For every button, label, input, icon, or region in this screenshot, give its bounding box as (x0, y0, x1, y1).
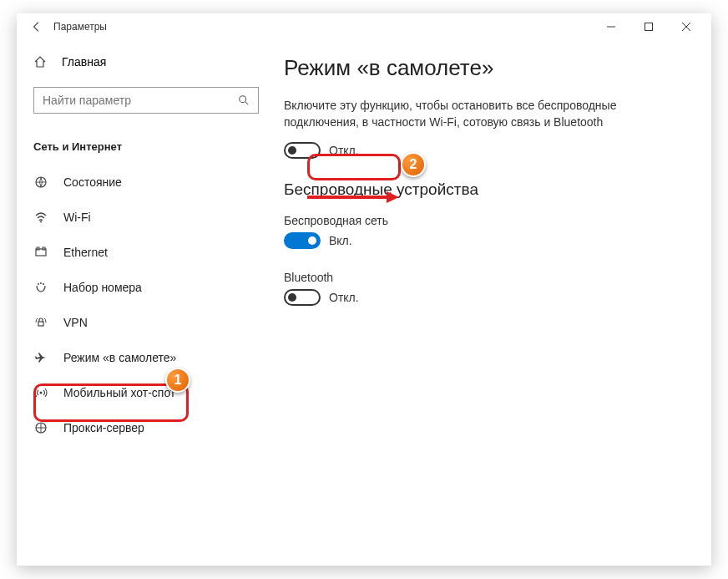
vpn-icon (33, 315, 48, 330)
wireless-section-title: Беспроводные устройства (284, 180, 703, 199)
nav-label: Набор номера (63, 281, 142, 294)
nav-label: Ethernet (63, 246, 108, 259)
wifi-icon (33, 210, 48, 225)
search-placeholder: Найти параметр (43, 94, 238, 107)
window-controls (592, 13, 705, 40)
nav-label: Мобильный хот-спот (63, 386, 175, 399)
wireless-net-label: Беспроводная сеть (284, 214, 703, 227)
svg-rect-14 (38, 322, 43, 326)
airplane-description: Включите эту функцию, чтобы остановить в… (284, 98, 634, 130)
airplane-toggle-label: Откл. (329, 144, 359, 157)
wireless-net-toggle[interactable] (284, 232, 321, 249)
svg-point-11 (38, 283, 39, 285)
dialup-icon (33, 280, 48, 295)
nav-item-wifi[interactable]: Wi-Fi (17, 200, 276, 235)
airplane-toggle-row: Откл. (284, 142, 703, 159)
close-button[interactable] (667, 13, 705, 40)
svg-rect-1 (645, 23, 652, 31)
minimize-button[interactable] (592, 13, 629, 40)
ethernet-icon (33, 245, 48, 260)
airplane-toggle[interactable] (284, 142, 321, 159)
wireless-net-toggle-label: Вкл. (329, 234, 352, 247)
home-label: Главная (62, 55, 106, 69)
nav-label: Режим «в самолете» (63, 351, 176, 364)
nav-label: Wi-Fi (63, 211, 91, 224)
nav-label: Состояние (63, 175, 122, 189)
main-content: Режим «в самолете» Включите эту функцию,… (276, 40, 711, 566)
nav-item-status[interactable]: Состояние (17, 165, 276, 200)
body: Главная Найти параметр Сеть и Интернет С… (17, 40, 711, 566)
window-title: Параметры (53, 21, 107, 33)
page-title: Режим «в самолете» (284, 55, 703, 81)
search-input[interactable]: Найти параметр (33, 87, 259, 114)
search-icon (238, 94, 250, 106)
svg-point-13 (43, 283, 44, 285)
wireless-net-block: Беспроводная сеть Вкл. (284, 214, 703, 249)
status-icon (33, 175, 48, 190)
hotspot-icon (33, 385, 48, 400)
sidebar: Главная Найти параметр Сеть и Интернет С… (17, 40, 276, 566)
nav-item-proxy[interactable]: Прокси-сервер (17, 410, 276, 445)
titlebar: Параметры (17, 13, 711, 40)
maximize-button[interactable] (629, 13, 667, 40)
home-icon (33, 55, 47, 69)
settings-window: Параметры Главная Найти параметр (17, 13, 711, 566)
nav-item-airplane[interactable]: Режим «в самолете» (17, 340, 276, 375)
nav-item-hotspot[interactable]: Мобильный хот-спот (17, 375, 276, 410)
bluetooth-toggle-row: Откл. (284, 289, 703, 306)
airplane-icon (33, 350, 48, 365)
bluetooth-toggle-label: Откл. (329, 291, 359, 304)
svg-point-4 (240, 96, 246, 103)
proxy-icon (33, 420, 48, 435)
nav-item-vpn[interactable]: VPN (17, 305, 276, 340)
back-button[interactable] (23, 13, 50, 40)
home-link[interactable]: Главная (17, 48, 276, 75)
wireless-net-toggle-row: Вкл. (284, 232, 703, 249)
nav-item-ethernet[interactable]: Ethernet (17, 235, 276, 270)
svg-point-12 (40, 282, 42, 284)
svg-line-5 (245, 102, 249, 105)
category-label: Сеть и Интернет (17, 134, 276, 165)
bluetooth-label: Bluetooth (284, 271, 703, 284)
svg-point-15 (40, 392, 43, 394)
nav-item-dialup[interactable]: Набор номера (17, 270, 276, 305)
nav-label: Прокси-сервер (63, 421, 144, 434)
svg-point-7 (40, 221, 42, 223)
nav-label: VPN (63, 316, 88, 329)
bluetooth-block: Bluetooth Откл. (284, 271, 703, 306)
bluetooth-toggle[interactable] (284, 289, 321, 306)
